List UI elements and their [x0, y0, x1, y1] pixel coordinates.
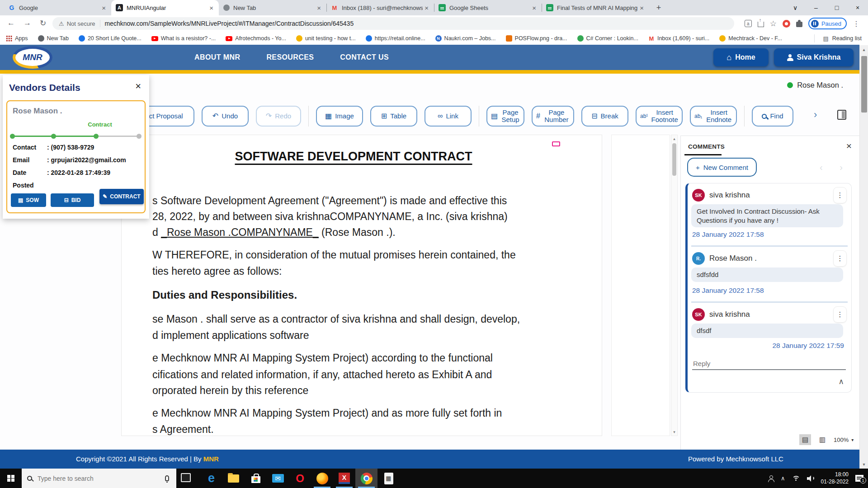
- nav-resources[interactable]: RESOURCES: [266, 53, 314, 61]
- comment-nav-arrows[interactable]: ‹ ›: [820, 162, 850, 173]
- firefox-taskbar-icon[interactable]: [311, 469, 333, 488]
- close-window-button[interactable]: ×: [847, 0, 868, 15]
- volume-icon[interactable]: [807, 475, 814, 482]
- user-button[interactable]: Siva Krishna: [774, 48, 854, 66]
- undo-button[interactable]: ↶ Undo: [202, 106, 249, 127]
- edge-taskbar-icon[interactable]: e: [200, 469, 222, 488]
- search-input[interactable]: [38, 475, 160, 482]
- task-view-button[interactable]: [181, 473, 191, 482]
- scroll-down-icon[interactable]: ▾: [860, 462, 868, 467]
- footer-brand-link[interactable]: MNR: [203, 455, 219, 463]
- tab-close-icon[interactable]: ×: [638, 4, 646, 12]
- bookmark-quotes[interactable]: 20 Short Life Quote...: [79, 35, 142, 42]
- comment-menu-icon[interactable]: ⋮: [833, 306, 847, 323]
- bookmark-star-icon[interactable]: ☆: [770, 19, 777, 28]
- collapse-chevron-icon[interactable]: ∧: [839, 377, 844, 386]
- scroll-up-icon[interactable]: ▴: [860, 47, 868, 52]
- mail-taskbar-icon[interactable]: ✉: [267, 469, 289, 488]
- new-tab-button[interactable]: +: [652, 1, 665, 14]
- home-button[interactable]: ⌂ Home: [713, 48, 769, 66]
- scrollbar-thumb[interactable]: [861, 56, 867, 113]
- tab-mnruiangular-active[interactable]: A MNRUIAngular ×: [111, 0, 219, 15]
- document-page[interactable]: SOFTWARE DEVELOPMENT CONTRACT s Software…: [121, 135, 602, 436]
- find-button[interactable]: Find: [752, 106, 793, 127]
- bookmark-new-tab[interactable]: New Tab: [38, 35, 69, 42]
- chrome-taskbar-icon[interactable]: [355, 469, 377, 488]
- tab-new-tab[interactable]: New Tab ×: [219, 0, 326, 15]
- hidden-icons-chevron[interactable]: ∧: [781, 475, 785, 482]
- page-setup-button[interactable]: ▤ Page Setup: [486, 106, 524, 127]
- tab-final-tests[interactable]: Final Tests of MNR AI Mapping S ×: [542, 0, 649, 15]
- tab-close-icon[interactable]: ×: [208, 4, 215, 12]
- tab-search-icon[interactable]: ∨: [785, 0, 806, 15]
- toolbar-overflow-chevron-icon[interactable]: ›: [814, 109, 817, 121]
- tab-google[interactable]: G Google ×: [4, 0, 111, 15]
- reply-input[interactable]: [692, 358, 846, 370]
- contract-button[interactable]: ✎ CONTRACT: [99, 189, 144, 204]
- tab-close-icon[interactable]: ×: [315, 4, 323, 12]
- scroll-down-icon[interactable]: ▾: [671, 430, 677, 434]
- action-center-icon[interactable]: 1: [855, 475, 863, 482]
- sow-button[interactable]: ▤ SOW: [11, 193, 46, 207]
- file-explorer-taskbar-icon[interactable]: [222, 469, 245, 488]
- image-button[interactable]: ▦ Image: [316, 106, 363, 127]
- taskbar-search[interactable]: [22, 469, 176, 488]
- minimize-button[interactable]: –: [806, 0, 826, 15]
- apps-shortcut[interactable]: Apps: [6, 35, 28, 42]
- bookmark-resistor[interactable]: What is a resistor? -...: [151, 35, 216, 42]
- bid-button[interactable]: ⊟ BID: [51, 193, 94, 207]
- opera-taskbar-icon[interactable]: O: [289, 469, 311, 488]
- tab-gmail-inbox[interactable]: M Inbox (188) - suri@mechknowsof ×: [326, 0, 434, 15]
- bookmark-naukri[interactable]: NNaukri.com – Jobs...: [435, 35, 496, 42]
- reading-list[interactable]: ▤ Reading list: [814, 34, 862, 42]
- photo-app-taskbar-icon[interactable]: X: [333, 469, 355, 488]
- back-icon[interactable]: ←: [7, 19, 15, 28]
- comment-anchor-marker[interactable]: [552, 141, 560, 146]
- document-scrollbar[interactable]: ▴ ▾: [671, 135, 678, 436]
- translate-icon[interactable]: a: [745, 20, 752, 27]
- bookmark-afrotechmods[interactable]: Afrotechmods - Yo...: [226, 35, 286, 42]
- nav-contact-us[interactable]: CONTACT US: [340, 53, 389, 61]
- redo-button[interactable]: ↷ Redo: [256, 106, 301, 127]
- extension-icon[interactable]: [783, 20, 790, 28]
- share-icon[interactable]: [758, 22, 764, 27]
- page-number-button[interactable]: # Page Number: [532, 106, 574, 127]
- zoom-dropdown-icon[interactable]: ▾: [851, 437, 854, 442]
- table-button[interactable]: ⊞ Table: [370, 106, 417, 127]
- bookmark-retail-online[interactable]: https://retail.online...: [366, 35, 425, 42]
- comment-menu-icon[interactable]: ⋮: [833, 187, 847, 203]
- link-button[interactable]: ∞ Link: [425, 106, 472, 127]
- paused-extension-pill[interactable]: Paused: [808, 18, 847, 29]
- omnibox[interactable]: ⚠ Not secure mechknow.com/SampleWorks/MN…: [52, 17, 734, 30]
- mnr-logo[interactable]: MNR: [13, 46, 52, 69]
- break-button[interactable]: ⊟ Break: [581, 106, 628, 127]
- tab-close-icon[interactable]: ×: [423, 4, 430, 12]
- print-layout-icon[interactable]: ▤: [799, 434, 811, 445]
- extensions-puzzle-icon[interactable]: [796, 22, 802, 27]
- url-text[interactable]: mechknow.com/SampleWorks/MNRLiveProject/…: [105, 20, 354, 27]
- bookmark-unit-testing[interactable]: unit testing - how t...: [296, 35, 356, 42]
- bookmark-mechtrack[interactable]: Mechtrack - Dev - F...: [719, 35, 782, 42]
- bookmark-inbox[interactable]: MInbox (1,609) - suri...: [648, 35, 709, 42]
- people-icon[interactable]: [768, 475, 774, 482]
- close-icon[interactable]: ×: [135, 80, 141, 92]
- store-taskbar-icon[interactable]: [245, 469, 267, 488]
- forward-icon[interactable]: →: [24, 19, 31, 28]
- close-comments-icon[interactable]: ×: [846, 141, 852, 151]
- tab-close-icon[interactable]: ×: [100, 4, 108, 12]
- insert-endnote-button[interactable]: ab₁ Insert Endnote: [690, 106, 737, 127]
- scrollbar-thumb[interactable]: [672, 143, 676, 176]
- restore-button[interactable]: □: [826, 0, 847, 15]
- web-layout-icon[interactable]: ▥: [816, 434, 828, 445]
- reload-icon[interactable]: ↻: [40, 19, 46, 28]
- bookmark-posflow[interactable]: POSFlow.png - dra...: [506, 35, 567, 42]
- start-button[interactable]: [0, 469, 22, 488]
- bookmark-csharp-corner[interactable]: C# Corner : Lookin...: [577, 35, 638, 42]
- wifi-icon[interactable]: [792, 476, 800, 481]
- security-label[interactable]: Not secure: [67, 20, 95, 27]
- insert-footnote-button[interactable]: ab¹ Insert Footnote: [636, 106, 683, 127]
- side-panel-toggle-icon[interactable]: [837, 110, 846, 120]
- tab-google-sheets[interactable]: Google Sheets ×: [434, 0, 542, 15]
- zoom-level[interactable]: 100%: [834, 436, 849, 443]
- microphone-icon[interactable]: [165, 475, 169, 481]
